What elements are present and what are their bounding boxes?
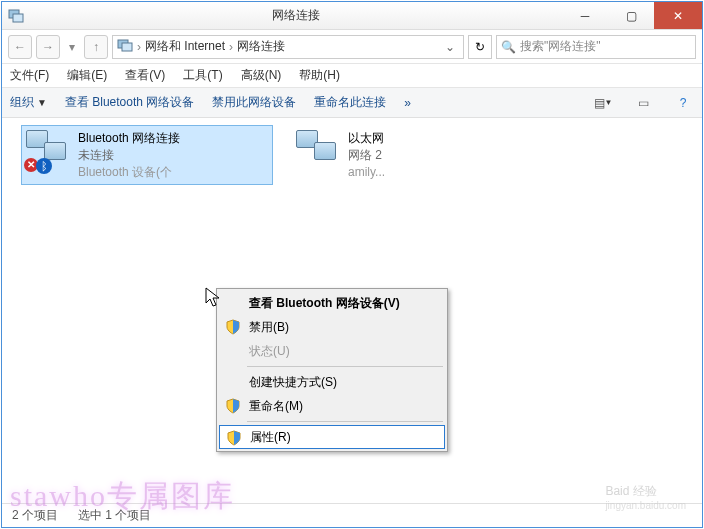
shield-icon	[225, 319, 241, 335]
breadcrumb[interactable]: 网络和 Internet	[145, 38, 225, 55]
ctx-create-shortcut[interactable]: 创建快捷方式(S)	[219, 370, 445, 394]
close-button[interactable]: ✕	[654, 2, 702, 29]
organize-button[interactable]: 组织 ▼	[10, 94, 47, 111]
search-placeholder: 搜索"网络连接"	[520, 38, 601, 55]
svg-rect-1	[13, 14, 23, 22]
content-area[interactable]: ✕ ᛒ Bluetooth 网络连接 未连接 Bluetooth 设备(个 以太…	[2, 118, 702, 503]
context-menu: 查看 Bluetooth 网络设备(V) 禁用(B) 状态(U) 创建快捷方式(…	[216, 288, 448, 452]
connection-status: 未连接	[78, 147, 180, 164]
separator	[247, 421, 443, 422]
window-title: 网络连接	[30, 7, 562, 24]
forward-button[interactable]: →	[36, 35, 60, 59]
ctx-properties[interactable]: 属性(R)	[219, 425, 445, 449]
rename-connection-button[interactable]: 重命名此连接	[314, 94, 386, 111]
maximize-button[interactable]: ▢	[608, 2, 654, 29]
minimize-button[interactable]: ─	[562, 2, 608, 29]
folder-icon	[117, 37, 133, 56]
chevron-right-icon[interactable]: ›	[137, 40, 141, 54]
view-options-button[interactable]: ▤▼	[592, 93, 614, 113]
back-button[interactable]: ←	[8, 35, 32, 59]
app-icon	[8, 8, 24, 24]
connection-item-bluetooth[interactable]: ✕ ᛒ Bluetooth 网络连接 未连接 Bluetooth 设备(个	[22, 126, 272, 184]
shield-icon	[226, 430, 242, 446]
menu-view[interactable]: 查看(V)	[125, 67, 165, 84]
watermark-baidu: Baid 经验 jingyan.baidu.com	[605, 482, 686, 511]
menu-file[interactable]: 文件(F)	[10, 67, 49, 84]
connection-status: 网络 2	[348, 147, 385, 164]
connection-item-ethernet[interactable]: 以太网 网络 2 amily...	[292, 126, 542, 184]
disable-device-button[interactable]: 禁用此网络设备	[212, 94, 296, 111]
toolbar: 组织 ▼ 查看 Bluetooth 网络设备 禁用此网络设备 重命名此连接 » …	[2, 88, 702, 118]
menu-edit[interactable]: 编辑(E)	[67, 67, 107, 84]
menu-help[interactable]: 帮助(H)	[299, 67, 340, 84]
navbar: ← → ▾ ↑ › 网络和 Internet › 网络连接 ⌄ ↻ 🔍 搜索"网…	[2, 30, 702, 64]
ctx-status: 状态(U)	[219, 339, 445, 363]
more-button[interactable]: »	[404, 96, 411, 110]
shield-icon	[225, 398, 241, 414]
connection-device: Bluetooth 设备(个	[78, 164, 180, 181]
chevron-right-icon[interactable]: ›	[229, 40, 233, 54]
titlebar: 网络连接 ─ ▢ ✕	[2, 2, 702, 30]
history-dropdown[interactable]: ▾	[64, 35, 80, 59]
network-icon: ✕ ᛒ	[26, 130, 70, 170]
menu-tools[interactable]: 工具(T)	[183, 67, 222, 84]
address-dropdown[interactable]: ⌄	[441, 40, 459, 54]
search-input[interactable]: 🔍 搜索"网络连接"	[496, 35, 696, 59]
view-bluetooth-button[interactable]: 查看 Bluetooth 网络设备	[65, 94, 194, 111]
separator	[247, 366, 443, 367]
ctx-disable[interactable]: 禁用(B)	[219, 315, 445, 339]
watermark: stawho专属图库	[10, 476, 235, 517]
connection-device: amily...	[348, 164, 385, 181]
connection-name: Bluetooth 网络连接	[78, 130, 180, 147]
ctx-rename[interactable]: 重命名(M)	[219, 394, 445, 418]
menubar: 文件(F) 编辑(E) 查看(V) 工具(T) 高级(N) 帮助(H)	[2, 64, 702, 88]
breadcrumb[interactable]: 网络连接	[237, 38, 285, 55]
help-button[interactable]: ?	[672, 93, 694, 113]
search-icon: 🔍	[501, 40, 516, 54]
menu-advanced[interactable]: 高级(N)	[241, 67, 282, 84]
svg-rect-3	[122, 43, 132, 51]
up-button[interactable]: ↑	[84, 35, 108, 59]
bluetooth-icon: ᛒ	[36, 158, 52, 174]
refresh-button[interactable]: ↻	[468, 35, 492, 59]
connection-name: 以太网	[348, 130, 385, 147]
preview-pane-button[interactable]: ▭	[632, 93, 654, 113]
network-icon	[296, 130, 340, 170]
address-bar[interactable]: › 网络和 Internet › 网络连接 ⌄	[112, 35, 464, 59]
ctx-view-bluetooth[interactable]: 查看 Bluetooth 网络设备(V)	[219, 291, 445, 315]
